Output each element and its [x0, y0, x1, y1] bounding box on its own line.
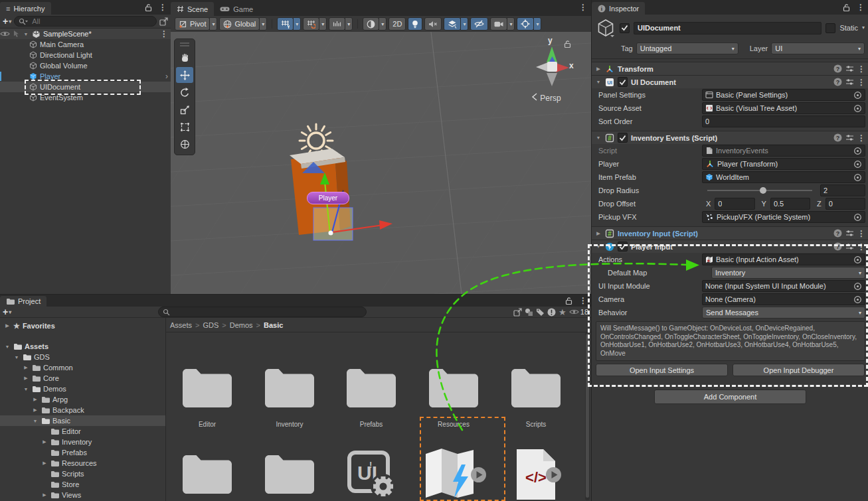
foldout-arrow-icon[interactable]: ▶	[595, 66, 602, 72]
pivot-button[interactable]: Pivot	[175, 17, 210, 31]
tree-item-resources[interactable]: ▶Resources	[0, 458, 165, 468]
lock-icon[interactable]	[145, 3, 152, 12]
gizmo-sphere-button[interactable]	[517, 17, 534, 31]
project-search-input[interactable]	[172, 307, 362, 317]
presets-icon[interactable]	[845, 65, 854, 72]
object-field[interactable]: None (Camera)	[702, 293, 865, 305]
object-picker-icon[interactable]	[853, 147, 862, 155]
grid-snap-button[interactable]	[303, 17, 319, 31]
label-filter-icon[interactable]	[536, 308, 545, 317]
foldout-arrow-icon[interactable]: ▶	[32, 397, 39, 402]
axis-x-field[interactable]: 0	[715, 198, 754, 210]
object-picker-icon[interactable]	[853, 255, 862, 264]
object-picker-icon[interactable]	[853, 104, 862, 113]
bulb-button[interactable]	[408, 17, 422, 31]
camera-button[interactable]	[490, 17, 507, 31]
enabled-checkbox[interactable]	[618, 242, 628, 251]
active-checkbox[interactable]	[620, 23, 630, 33]
foldout-arrow-icon[interactable]: ▼	[32, 419, 39, 423]
foldout-arrow-icon[interactable]: ▼	[595, 244, 602, 249]
dropdown-caret-icon[interactable]: ▾	[379, 17, 387, 31]
object-field[interactable]: Player (Transform)	[702, 158, 865, 170]
component-header[interactable]: ▼Player Input?⋮	[592, 240, 868, 253]
foldout-arrow-icon[interactable]: ▼	[595, 135, 602, 140]
gameobject-name-field[interactable]: UIDocument	[634, 22, 822, 35]
play-badge-icon[interactable]	[470, 466, 487, 484]
kebab-menu-icon[interactable]: ⋮	[579, 3, 587, 12]
grid-y-button[interactable]: Y	[277, 17, 294, 31]
object-picker-icon[interactable]	[853, 295, 862, 304]
add-object-button[interactable]: +▾	[3, 16, 11, 27]
foldout-arrow-icon[interactable]: ▼	[4, 344, 11, 349]
lock-icon[interactable]	[564, 40, 571, 48]
scene-viewport[interactable]: Player y x Persp	[171, 32, 591, 294]
tree-item-favorites[interactable]: ▶★Favorites	[0, 321, 165, 331]
eye-hidden-button[interactable]	[470, 17, 488, 31]
tree-item-basic[interactable]: ▼Basic	[0, 415, 165, 426]
lock-icon[interactable]	[565, 297, 572, 305]
object-field[interactable]: PickupVFX (Particle System)	[702, 211, 865, 223]
component-header[interactable]: ▼#Inventory Events (Script)?⋮	[592, 131, 868, 144]
open-input-debugger-button[interactable]: Open Input Debugger	[733, 364, 865, 376]
value-field[interactable]: 0	[702, 115, 865, 127]
dropdown-caret-icon[interactable]: ▾	[259, 17, 267, 31]
axis-z-field[interactable]: 0	[825, 198, 865, 210]
dropdown-caret-icon[interactable]: ▾	[345, 17, 353, 31]
component-header[interactable]: ▶Transform?⋮	[592, 62, 868, 75]
asset-item-inventory-folder[interactable]: Inventory	[253, 358, 326, 428]
dropdown-field[interactable]: Send Messages▾	[702, 307, 865, 319]
open-search-window-icon[interactable]	[513, 308, 522, 317]
kebab-menu-icon[interactable]: ⋮	[160, 29, 168, 38]
breadcrumb-item-demos[interactable]: Demos	[230, 321, 253, 329]
hierarchy-item-directional-light[interactable]: Directional Light	[0, 50, 171, 60]
kebab-menu-icon[interactable]: ⋮	[857, 64, 865, 74]
static-checkbox[interactable]	[825, 23, 835, 33]
hierarchy-item-uidocument[interactable]: UIDocument	[0, 82, 171, 92]
asset-item-resources-folder[interactable]: Resources	[417, 358, 490, 428]
scrollbar[interactable]	[585, 332, 590, 500]
kebab-menu-icon[interactable]: ⋮	[857, 242, 865, 251]
asset-item-basic-input-action-asset[interactable]: Basic	[417, 444, 490, 501]
dropdown-caret-icon[interactable]: ▾	[319, 17, 327, 31]
component-header[interactable]: ▶#Inventory Input (Script)?⋮	[592, 227, 868, 240]
object-picker-icon[interactable]	[853, 91, 862, 100]
tree-item-demos[interactable]: ▼Demos	[0, 384, 165, 394]
dropdown-caret-icon[interactable]: ▾	[507, 17, 515, 31]
dropdown-caret-icon[interactable]: ▾	[209, 17, 217, 31]
kebab-menu-icon[interactable]: ⋮	[857, 133, 865, 143]
tab-game[interactable]: Game	[214, 2, 259, 16]
sprite-filter-icon[interactable]	[525, 308, 533, 317]
presets-icon[interactable]	[845, 243, 854, 250]
favorite-star-icon[interactable]: ★	[559, 308, 566, 317]
asset-item-basic-ui-document-asset[interactable]: UI!Basic	[335, 444, 408, 501]
tab-scene[interactable]: Scene	[171, 2, 214, 16]
foldout-arrow-icon[interactable]: ▶	[41, 461, 48, 466]
tree-item-views[interactable]: ▶Views	[0, 490, 165, 500]
tree-item-inventory[interactable]: ▶Inventory	[0, 437, 165, 447]
foldout-arrow-icon[interactable]: ▼	[23, 387, 29, 392]
prefab-expander-icon[interactable]: ›	[165, 72, 168, 81]
object-picker-icon[interactable]	[853, 173, 862, 182]
audio-mute-button[interactable]	[424, 17, 442, 31]
asset-item-views-folder[interactable]: Views	[253, 444, 326, 501]
slider-track[interactable]	[707, 190, 812, 191]
hierarchy-row-scene[interactable]: ▼SampleScene*⋮	[0, 29, 171, 39]
2d-button[interactable]: 2D	[389, 17, 406, 31]
asset-item-scripts-folder[interactable]: Scripts	[499, 358, 572, 428]
foldout-arrow-icon[interactable]: ▶	[41, 492, 48, 498]
asset-item-prefabs-folder[interactable]: Prefabs	[335, 358, 408, 428]
tree-item-gds[interactable]: ▼GDS	[0, 352, 165, 362]
tab-project[interactable]: Project	[0, 296, 46, 307]
pick-icon[interactable]	[13, 30, 20, 38]
tree-item-core[interactable]: ▶Core	[0, 373, 165, 384]
layer-dropdown[interactable]: UI▾	[771, 42, 865, 54]
tree-item-scripts[interactable]: Scripts	[0, 468, 165, 479]
object-field[interactable]: WorldItem	[702, 171, 865, 183]
breadcrumb-item-assets[interactable]: Assets	[170, 321, 192, 329]
tag-dropdown[interactable]: Untagged▾	[636, 42, 738, 54]
enabled-checkbox[interactable]	[618, 77, 628, 87]
presets-icon[interactable]	[845, 78, 854, 86]
alert-icon[interactable]	[547, 308, 556, 317]
tree-item-arpg[interactable]: ▶Arpg	[0, 394, 165, 405]
help-icon[interactable]: ?	[833, 242, 842, 251]
